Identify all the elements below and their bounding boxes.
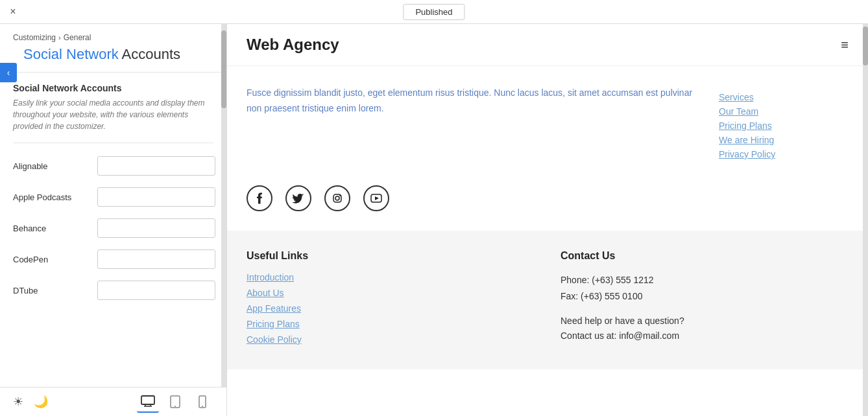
sun-icon[interactable]: ☀ bbox=[13, 395, 23, 409]
field-input-dtube[interactable] bbox=[97, 281, 215, 300]
nav-link-ourteam[interactable]: Our Team bbox=[719, 106, 849, 117]
field-input-codepen[interactable] bbox=[97, 249, 215, 269]
site-title: Web Agency bbox=[247, 36, 339, 54]
preview-description-col: Fusce dignissim blandit justo, eget elem… bbox=[247, 86, 693, 159]
contact-help: Need help or have a question? Contact us… bbox=[561, 314, 849, 343]
sidebar-divider-2 bbox=[13, 143, 213, 143]
social-icons-row bbox=[227, 172, 868, 231]
nav-link-pricingplans[interactable]: Pricing Plans bbox=[719, 121, 849, 131]
contact-fax: Fax: (+63) 555 0100 bbox=[561, 288, 849, 305]
breadcrumb: Customizing › General bbox=[0, 24, 226, 46]
sidebar: Customizing › General ‹ Social Network A… bbox=[0, 24, 227, 416]
sidebar-scrollbar-thumb bbox=[221, 30, 226, 108]
section-description: Easily link your social media accounts a… bbox=[0, 97, 226, 143]
tablet-icon[interactable] bbox=[164, 391, 186, 413]
preview-page: Web Agency ≡ Fusce dignissim blandit jus… bbox=[227, 24, 868, 416]
field-label-alignable: Alignable bbox=[13, 161, 91, 171]
sidebar-title-highlight: Social Network bbox=[23, 46, 119, 62]
sidebar-title: Social Network Accounts bbox=[23, 46, 213, 63]
footer-link-appfeatures[interactable]: App Features bbox=[247, 303, 535, 314]
svg-point-5 bbox=[175, 406, 176, 407]
svg-marker-12 bbox=[375, 196, 379, 200]
sidebar-title-area: Social Network Accounts bbox=[0, 46, 226, 72]
breadcrumb-arrow: › bbox=[58, 34, 61, 41]
field-label-codepen: CodePen bbox=[13, 255, 91, 264]
field-row-behance: Behance bbox=[0, 218, 226, 249]
field-row-alignable: Alignable bbox=[0, 156, 226, 187]
sidebar-title-rest: Accounts bbox=[119, 46, 180, 62]
preview-area: Web Agency ≡ Fusce dignissim blandit jus… bbox=[227, 24, 868, 416]
preview-nav-links: Services Our Team Pricing Plans We are H… bbox=[719, 92, 849, 159]
preview-header: Web Agency ≡ bbox=[227, 24, 868, 66]
facebook-icon[interactable] bbox=[247, 185, 272, 211]
desktop-icon[interactable] bbox=[137, 391, 159, 413]
field-label-dtube: DTube bbox=[13, 286, 91, 295]
twitter-icon[interactable] bbox=[285, 185, 311, 211]
close-button[interactable]: × bbox=[0, 0, 26, 24]
sidebar-divider-1 bbox=[0, 72, 226, 73]
bottom-bar: ☀ 🌙 bbox=[0, 387, 226, 416]
field-label-behance: Behance bbox=[13, 224, 91, 233]
section-heading: Social Network Accounts bbox=[0, 83, 226, 97]
bottom-theme-icons: ☀ 🌙 bbox=[13, 395, 48, 409]
youtube-icon[interactable] bbox=[363, 185, 389, 211]
field-label-applepodcasts: Apple Podcasts bbox=[13, 192, 91, 202]
preview-main-content: Fusce dignissim blandit justo, eget elem… bbox=[227, 66, 868, 172]
top-bar: × Published bbox=[0, 0, 868, 24]
preview-description: Fusce dignissim blandit justo, eget elem… bbox=[247, 86, 693, 117]
main-layout: Customizing › General ‹ Social Network A… bbox=[0, 24, 868, 416]
sidebar-scroll-area: Customizing › General ‹ Social Network A… bbox=[0, 24, 226, 387]
footer-link-pricingplans[interactable]: Pricing Plans bbox=[247, 319, 535, 329]
field-row-applepodcasts: Apple Podcasts bbox=[0, 187, 226, 218]
preview-scrollbar-thumb bbox=[863, 27, 868, 65]
field-input-applepodcasts[interactable] bbox=[97, 187, 215, 207]
svg-point-9 bbox=[335, 196, 339, 200]
preview-nav-col: Services Our Team Pricing Plans We are H… bbox=[719, 86, 849, 159]
sidebar-scrollbar[interactable] bbox=[221, 24, 226, 387]
nav-link-privacypolicy[interactable]: Privacy Policy bbox=[719, 149, 849, 159]
field-row-dtube: DTube bbox=[0, 281, 226, 312]
svg-point-10 bbox=[339, 195, 341, 196]
hamburger-icon[interactable]: ≡ bbox=[841, 38, 849, 52]
instagram-icon[interactable] bbox=[324, 185, 350, 211]
field-input-behance[interactable] bbox=[97, 218, 215, 238]
contact-us-col: Contact Us Phone: (+63) 555 1212 Fax: (+… bbox=[561, 250, 849, 350]
nav-link-wearehiring[interactable]: We are Hiring bbox=[719, 135, 849, 145]
svg-point-7 bbox=[202, 406, 203, 407]
nav-link-services[interactable]: Services bbox=[719, 92, 849, 102]
breadcrumb-general[interactable]: General bbox=[64, 33, 91, 42]
footer-section: Useful Links Introduction About Us App F… bbox=[227, 231, 868, 369]
published-button[interactable]: Published bbox=[403, 4, 464, 20]
device-icons bbox=[137, 391, 213, 413]
footer-link-aboutus[interactable]: About Us bbox=[247, 288, 535, 298]
svg-rect-0 bbox=[141, 396, 154, 404]
useful-links-col: Useful Links Introduction About Us App F… bbox=[247, 250, 535, 350]
field-row-codepen: CodePen bbox=[0, 249, 226, 281]
footer-link-introduction[interactable]: Introduction bbox=[247, 272, 535, 283]
mobile-icon[interactable] bbox=[191, 391, 213, 413]
back-button[interactable]: ‹ bbox=[0, 63, 17, 82]
breadcrumb-customizing[interactable]: Customizing bbox=[13, 33, 56, 42]
moon-icon[interactable]: 🌙 bbox=[34, 395, 48, 409]
contact-phone: Phone: (+63) 555 1212 bbox=[561, 272, 849, 288]
useful-links-title: Useful Links bbox=[247, 250, 535, 262]
field-input-alignable[interactable] bbox=[97, 156, 215, 176]
contact-us-title: Contact Us bbox=[561, 250, 849, 262]
footer-link-cookiepolicy[interactable]: Cookie Policy bbox=[247, 334, 535, 345]
preview-scrollbar[interactable] bbox=[863, 24, 868, 416]
